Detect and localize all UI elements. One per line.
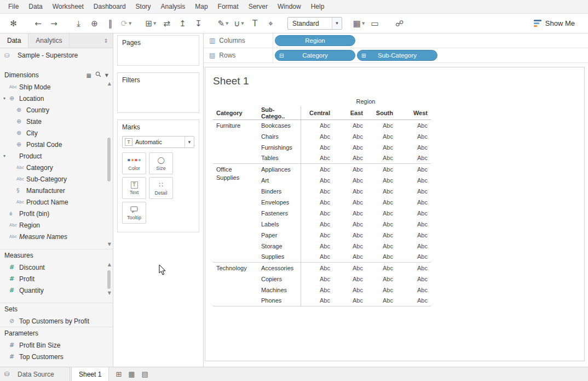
highlight-icon[interactable]: ✎▼ bbox=[216, 16, 230, 31]
save-icon[interactable]: ⤓ bbox=[72, 16, 85, 31]
column-header-east[interactable]: East bbox=[333, 106, 366, 120]
field-measure-names[interactable]: AbcMeasure Names bbox=[0, 231, 113, 242]
cell-placeholder[interactable]: Abc bbox=[366, 164, 396, 175]
cell-placeholder[interactable]: Abc bbox=[301, 197, 333, 208]
row-header-subcategory[interactable]: Machines bbox=[258, 285, 301, 295]
cell-placeholder[interactable]: Abc bbox=[396, 131, 431, 142]
cell-placeholder[interactable]: Abc bbox=[333, 263, 366, 274]
cell-placeholder[interactable]: Abc bbox=[301, 153, 333, 164]
group-members-icon[interactable]: ∪▼ bbox=[232, 16, 246, 31]
cell-placeholder[interactable]: Abc bbox=[366, 252, 396, 263]
scroll-up-icon[interactable]: ▲ bbox=[108, 263, 111, 267]
chevron-down-icon[interactable]: ▼ bbox=[185, 137, 194, 147]
cell-placeholder[interactable]: Abc bbox=[333, 208, 366, 219]
row-header-subcategory[interactable]: Fasteners bbox=[258, 208, 301, 219]
expand-hierarchy-icon[interactable]: ⊞ bbox=[361, 52, 366, 59]
cell-placeholder[interactable]: Abc bbox=[301, 142, 333, 153]
swap-rows-columns-icon[interactable]: ⇄ bbox=[160, 16, 174, 31]
menu-file[interactable]: File bbox=[3, 3, 24, 10]
cell-placeholder[interactable]: Abc bbox=[366, 197, 396, 208]
new-worksheet-icon[interactable]: ⊞ bbox=[116, 370, 122, 378]
row-header-subcategory[interactable]: Envelopes bbox=[258, 197, 301, 208]
tableau-logo-icon[interactable]: ✻ bbox=[7, 16, 20, 31]
field-top-customers[interactable]: #Top Customers bbox=[0, 351, 113, 362]
cell-placeholder[interactable]: Abc bbox=[366, 142, 396, 153]
show-hide-cards-icon[interactable]: ▦▼ bbox=[352, 16, 366, 31]
cell-placeholder[interactable]: Abc bbox=[396, 230, 431, 241]
cell-placeholder[interactable]: Abc bbox=[396, 274, 431, 285]
share-icon[interactable]: ☍ bbox=[393, 16, 406, 31]
row-header-category[interactable]: Office Supplies bbox=[213, 164, 258, 263]
menu-window[interactable]: Window bbox=[273, 3, 306, 10]
redo-icon[interactable]: → bbox=[47, 16, 61, 31]
filters-shelf[interactable]: Filters bbox=[117, 72, 199, 113]
cell-placeholder[interactable]: Abc bbox=[396, 241, 431, 252]
row-header-subcategory[interactable]: Copiers bbox=[258, 274, 301, 285]
search-icon[interactable] bbox=[95, 71, 101, 79]
expander-caret-icon[interactable]: ▾ bbox=[3, 96, 9, 101]
collapse-hierarchy-icon[interactable]: ⊟ bbox=[279, 52, 284, 59]
dimensions-scrollbar[interactable] bbox=[107, 138, 111, 181]
new-data-source-icon[interactable]: ⊕ bbox=[88, 16, 101, 31]
row-header-subcategory[interactable]: Supplies bbox=[258, 252, 301, 263]
menu-map[interactable]: Map bbox=[190, 3, 212, 10]
cell-placeholder[interactable]: Abc bbox=[366, 230, 396, 241]
cell-placeholder[interactable]: Abc bbox=[333, 186, 366, 197]
new-story-icon[interactable]: ▤ bbox=[142, 370, 148, 378]
field-sub-category[interactable]: AbcSub-Category bbox=[0, 173, 113, 185]
row-header-subcategory[interactable]: Phones bbox=[258, 295, 301, 306]
row-header-subcategory[interactable]: Binders bbox=[258, 186, 301, 197]
cell-placeholder[interactable]: Abc bbox=[333, 252, 366, 263]
column-header-west[interactable]: West bbox=[396, 106, 431, 120]
cell-placeholder[interactable]: Abc bbox=[333, 142, 366, 153]
row-header-subcategory[interactable]: Labels bbox=[258, 219, 301, 230]
show-me-button[interactable]: Show Me bbox=[534, 19, 575, 27]
field-top-customers-by-profit[interactable]: ⊘Top Customers by Profit bbox=[0, 315, 113, 327]
cell-placeholder[interactable]: Abc bbox=[301, 252, 333, 263]
mark-type-dropdown[interactable]: T Automatic ▼ bbox=[122, 136, 194, 148]
cell-placeholder[interactable]: Abc bbox=[396, 219, 431, 230]
cell-placeholder[interactable]: Abc bbox=[301, 164, 333, 175]
field-discount[interactable]: #Discount bbox=[0, 261, 113, 273]
menu-format[interactable]: Format bbox=[213, 3, 244, 10]
sort-descending-icon[interactable]: ↧ bbox=[192, 16, 205, 31]
color-button[interactable]: Color bbox=[122, 152, 146, 174]
fix-axes-icon[interactable]: ⌖ bbox=[264, 16, 278, 31]
cell-placeholder[interactable]: Abc bbox=[396, 285, 431, 295]
field-profit-bin-size[interactable]: #Profit Bin Size bbox=[0, 339, 113, 351]
cell-placeholder[interactable]: Abc bbox=[366, 120, 396, 131]
column-header-south[interactable]: South bbox=[366, 106, 396, 120]
field-profit-bin-[interactable]: ılıProfit (bin) bbox=[0, 208, 113, 219]
column-header-category[interactable]: Category bbox=[213, 106, 258, 120]
pill-region[interactable]: Region bbox=[275, 35, 355, 46]
cell-placeholder[interactable]: Abc bbox=[301, 120, 333, 131]
cell-placeholder[interactable]: Abc bbox=[366, 274, 396, 285]
cell-placeholder[interactable]: Abc bbox=[366, 263, 396, 274]
menu-worksheet[interactable]: Worksheet bbox=[48, 3, 89, 10]
run-update-icon[interactable]: ⟳▼ bbox=[119, 16, 133, 31]
cell-placeholder[interactable]: Abc bbox=[301, 274, 333, 285]
tooltip-button[interactable]: Tooltip bbox=[122, 202, 146, 224]
columns-shelf[interactable]: ▥ Columns Region bbox=[204, 33, 588, 48]
menu-help[interactable]: Help bbox=[306, 3, 330, 10]
show-mark-labels-icon[interactable]: T bbox=[248, 16, 262, 31]
cell-placeholder[interactable]: Abc bbox=[301, 131, 333, 142]
data-source-tab[interactable]: ⛁ Data Source bbox=[0, 367, 70, 381]
cell-placeholder[interactable]: Abc bbox=[396, 295, 431, 306]
cell-placeholder[interactable]: Abc bbox=[396, 153, 431, 164]
menu-server[interactable]: Server bbox=[244, 3, 273, 10]
cell-placeholder[interactable]: Abc bbox=[333, 274, 366, 285]
cell-placeholder[interactable]: Abc bbox=[396, 197, 431, 208]
field-product[interactable]: ▾Product bbox=[0, 150, 113, 162]
row-header-subcategory[interactable]: Furnishings bbox=[258, 142, 301, 153]
cell-placeholder[interactable]: Abc bbox=[333, 175, 366, 186]
cell-placeholder[interactable]: Abc bbox=[366, 153, 396, 164]
scroll-down-icon[interactable]: ▼ bbox=[108, 242, 111, 247]
cell-placeholder[interactable]: Abc bbox=[396, 208, 431, 219]
field-country[interactable]: ⊕Country bbox=[0, 104, 113, 116]
new-dashboard-icon[interactable]: ▦ bbox=[128, 370, 135, 378]
menu-story[interactable]: Story bbox=[131, 3, 156, 10]
region-axis-label[interactable]: Region bbox=[301, 96, 431, 106]
data-source-item[interactable]: ⛁ Sample - Superstore bbox=[0, 48, 113, 62]
cell-placeholder[interactable]: Abc bbox=[333, 230, 366, 241]
